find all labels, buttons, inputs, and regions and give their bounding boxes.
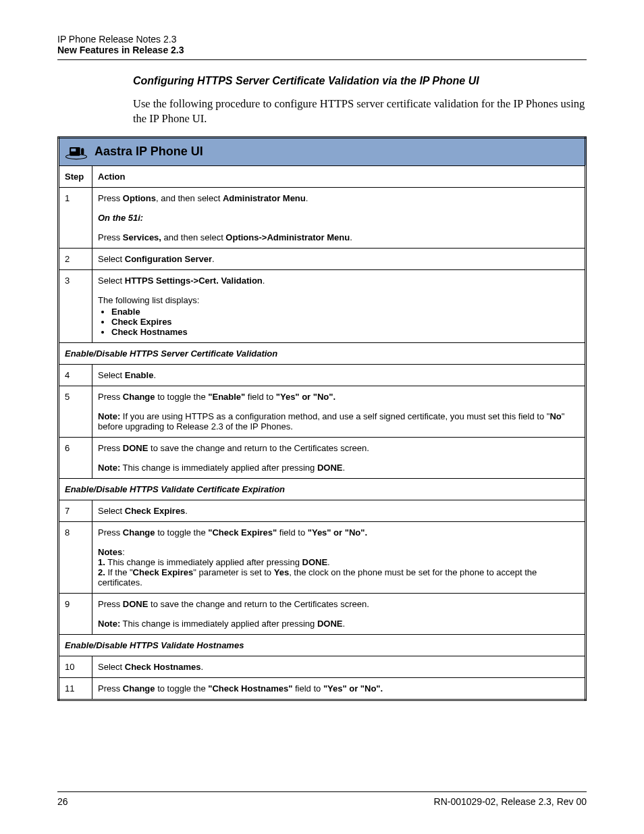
step-number: 9 [59, 593, 92, 634]
sub-section-title: Enable/Disable HTTPS Validate Certificat… [59, 478, 586, 500]
list-item: Check Expires [111, 317, 172, 327]
table-row: 5 Press Change to toggle the "Enable" fi… [59, 386, 586, 437]
step-action: Press Change to toggle the "Check Hostna… [92, 677, 586, 700]
page-number: 26 [57, 796, 68, 807]
footer-rule [57, 791, 587, 792]
step-number: 6 [59, 437, 92, 478]
step-action: Select HTTPS Settings->Cert. Validation.… [92, 269, 586, 342]
sub-section-title: Enable/Disable HTTPS Server Certificate … [59, 342, 586, 364]
phone-icon [65, 144, 88, 160]
step-action: Press Options, and then select Administr… [92, 187, 586, 248]
table-row: 8 Press Change to toggle the "Check Expi… [59, 521, 586, 593]
table-row: 9 Press DONE to save the change and retu… [59, 593, 586, 634]
sub-section-title: Enable/Disable HTTPS Validate Hostnames [59, 634, 586, 656]
step-number: 1 [59, 187, 92, 248]
svg-rect-2 [71, 149, 76, 151]
banner-title: Aastra IP Phone UI [95, 145, 203, 159]
step-number: 8 [59, 521, 92, 593]
header-rule [57, 59, 587, 60]
table-row: 6 Press DONE to save the change and retu… [59, 437, 586, 478]
step-action: Select Configuration Server. [92, 248, 586, 269]
sub-section-row: Enable/Disable HTTPS Validate Hostnames [59, 634, 586, 656]
section-title: Configuring HTTPS Server Certificate Val… [133, 75, 587, 87]
intro-paragraph: Use the following procedure to configure… [133, 97, 587, 127]
step-action: Press Change to toggle the "Check Expire… [92, 521, 586, 593]
step-number: 11 [59, 677, 92, 700]
doc-id: RN-001029-02, Release 2.3, Rev 00 [434, 796, 587, 807]
step-number: 4 [59, 364, 92, 386]
table-banner-row: Aastra IP Phone UI [59, 137, 586, 165]
step-number: 2 [59, 248, 92, 269]
device-note: On the 51i: [98, 213, 143, 223]
step-number: 7 [59, 500, 92, 521]
step-action: Select Check Expires. [92, 500, 586, 521]
table-row: 2 Select Configuration Server. [59, 248, 586, 269]
document-page: IP Phone Release Notes 2.3 New Features … [0, 0, 644, 834]
sub-section-row: Enable/Disable HTTPS Server Certificate … [59, 342, 586, 364]
col-step-header: Step [59, 165, 92, 187]
table-row: 11 Press Change to toggle the "Check Hos… [59, 677, 586, 700]
list-item: Enable [111, 307, 140, 317]
options-list: Enable Check Expires Check Hostnames [98, 307, 579, 337]
page-footer: 26 RN-001029-02, Release 2.3, Rev 00 [57, 791, 587, 807]
page-header: IP Phone Release Notes 2.3 New Features … [57, 34, 587, 55]
step-number: 5 [59, 386, 92, 437]
step-action: Press DONE to save the change and return… [92, 437, 586, 478]
svg-rect-3 [81, 148, 84, 155]
step-number: 10 [59, 656, 92, 677]
step-action: Press Change to toggle the "Enable" fiel… [92, 386, 586, 437]
step-number: 3 [59, 269, 92, 342]
svg-rect-1 [70, 147, 80, 155]
table-row: 4 Select Enable. [59, 364, 586, 386]
table-row: 1 Press Options, and then select Adminis… [59, 187, 586, 248]
header-subtitle: New Features in Release 2.3 [57, 45, 587, 55]
step-action: Select Enable. [92, 364, 586, 386]
step-action: Select Check Hostnames. [92, 656, 586, 677]
header-title: IP Phone Release Notes 2.3 [57, 34, 587, 45]
step-action: Press DONE to save the change and return… [92, 593, 586, 634]
table-row: 3 Select HTTPS Settings->Cert. Validatio… [59, 269, 586, 342]
table-row: 7 Select Check Expires. [59, 500, 586, 521]
table-row: 10 Select Check Hostnames. [59, 656, 586, 677]
table-header-row: Step Action [59, 165, 586, 187]
list-intro: The following list displays: [98, 295, 579, 305]
sub-section-row: Enable/Disable HTTPS Validate Certificat… [59, 478, 586, 500]
list-item: Check Hostnames [111, 327, 188, 337]
col-action-header: Action [92, 165, 586, 187]
procedure-table: Aastra IP Phone UI Step Action 1 Press O… [57, 136, 587, 701]
